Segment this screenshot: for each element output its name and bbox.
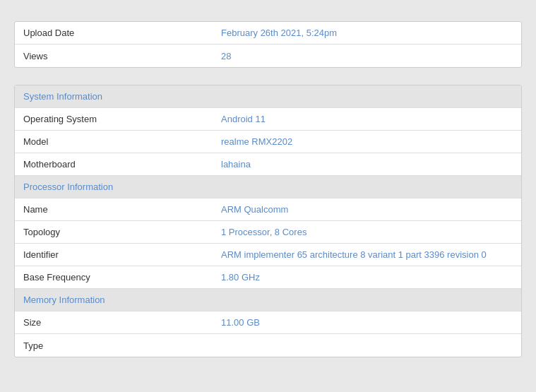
table-row: Size11.00 GB (15, 311, 521, 334)
group-header-label: System Information (23, 91, 221, 102)
row-label: Model (23, 136, 221, 147)
group-header-row: System Information (15, 85, 521, 108)
row-label: Operating System (23, 114, 221, 124)
table-row: Upload DateFebruary 26th 2021, 5:24pm (15, 22, 521, 44)
group-header-row: Processor Information (15, 176, 521, 198)
table-row: Type (15, 334, 521, 357)
row-value: February 26th 2021, 5:24pm (221, 28, 337, 38)
row-value: 1.80 GHz (221, 272, 260, 283)
row-label: Topology (23, 227, 221, 237)
table-row: NameARM Qualcomm (15, 198, 521, 221)
result-section: Upload DateFebruary 26th 2021, 5:24pmVie… (14, 21, 522, 68)
row-label: Size (23, 317, 221, 328)
table-row: Operating SystemAndroid 11 (15, 108, 521, 131)
table-row: IdentifierARM implementer 65 architectur… (15, 244, 521, 266)
result-card: Upload DateFebruary 26th 2021, 5:24pmVie… (14, 21, 522, 68)
row-value: ARM implementer 65 architecture 8 varian… (221, 249, 487, 260)
row-value: lahaina (221, 159, 251, 170)
table-row: Topology1 Processor, 8 Cores (15, 221, 521, 244)
group-header-label: Processor Information (23, 182, 221, 192)
group-header-row: Memory Information (15, 289, 521, 311)
row-label: Type (23, 340, 221, 351)
row-value: realme RMX2202 (221, 136, 292, 147)
row-label: Identifier (23, 249, 221, 260)
system-card: System InformationOperating SystemAndroi… (14, 85, 522, 357)
row-label: Motherboard (23, 159, 221, 170)
system-section: System InformationOperating SystemAndroi… (14, 85, 522, 357)
row-label: Upload Date (23, 28, 221, 38)
table-row: Base Frequency1.80 GHz (15, 266, 521, 289)
row-label: Base Frequency (23, 272, 221, 283)
row-value: 28 (221, 51, 231, 61)
row-value: 1 Processor, 8 Cores (221, 227, 306, 237)
row-value: Android 11 (221, 114, 266, 124)
row-label: Name (23, 204, 221, 215)
row-label: Views (23, 51, 221, 61)
table-row: Modelrealme RMX2202 (15, 131, 521, 153)
group-header-label: Memory Information (23, 295, 221, 305)
table-row: Motherboardlahaina (15, 153, 521, 176)
row-value: 11.00 GB (221, 317, 260, 328)
row-value: ARM Qualcomm (221, 204, 288, 215)
table-row: Views28 (15, 44, 521, 67)
